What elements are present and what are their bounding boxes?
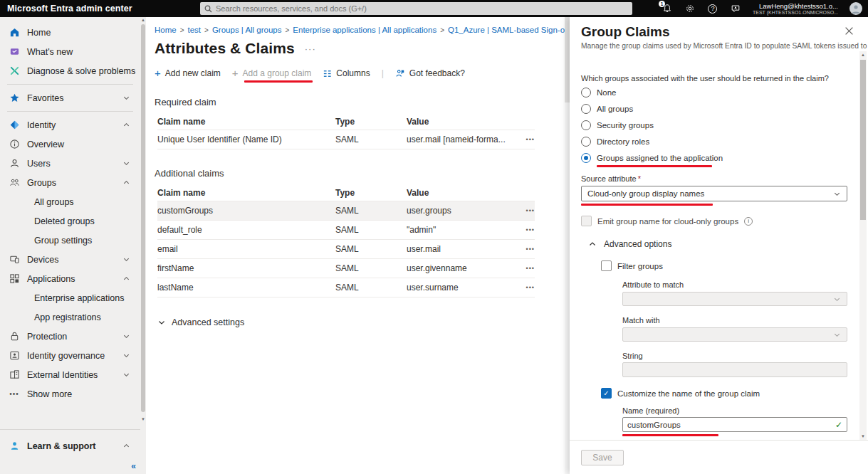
table-row[interactable]: default_role SAML "admin" ••• xyxy=(157,221,535,240)
title-more-button[interactable]: ··· xyxy=(305,43,316,54)
nav-item-favorites[interactable]: Favorites xyxy=(0,88,140,107)
table-row-customgroups[interactable]: customGroups SAML user.groups ••• xyxy=(157,201,535,221)
nav-item-home[interactable]: Home xyxy=(0,23,140,42)
groups-question: Which groups associated with the user sh… xyxy=(581,74,858,83)
row-more-button[interactable]: ••• xyxy=(513,207,535,214)
search-input[interactable] xyxy=(216,4,628,13)
nav-label: Diagnose & solve problems xyxy=(27,66,135,76)
col-claim-name[interactable]: Claim name xyxy=(157,117,335,127)
radio-option-all-groups[interactable]: All groups xyxy=(581,102,858,115)
chevron-down-icon xyxy=(122,159,130,167)
nav-item-show-more[interactable]: ••• Show more xyxy=(0,384,140,404)
table-row[interactable]: lastName SAML user.surname ••• xyxy=(157,278,535,297)
scroll-down-icon[interactable]: ▼ xyxy=(140,417,146,421)
chevron-down-icon xyxy=(122,256,130,263)
col-value[interactable]: Value xyxy=(407,117,513,127)
add-group-claim-button[interactable]: + Add a group claim xyxy=(232,68,312,78)
close-icon[interactable] xyxy=(845,26,854,38)
collapse-nav-button[interactable]: « xyxy=(131,461,136,471)
advanced-settings-toggle[interactable]: Advanced settings xyxy=(157,317,570,327)
nav-list: Home What's new Diagnose & solve problem… xyxy=(0,23,140,404)
toolbar-divider: | xyxy=(382,68,384,78)
nav-label: Protection xyxy=(27,332,67,342)
advanced-options-toggle[interactable]: Advanced options xyxy=(588,239,858,249)
page-title: Attributes & Claims xyxy=(155,40,295,57)
radio-option-security-groups[interactable]: Security groups xyxy=(581,119,858,132)
got-feedback-button[interactable]: Got feedback? xyxy=(395,68,465,78)
settings-gear-icon[interactable] xyxy=(684,3,696,14)
nav-item-whats-new[interactable]: What's new xyxy=(0,42,140,61)
claim-name-input[interactable]: ✓ xyxy=(622,417,847,432)
breadcrumb-app[interactable]: Q1_Azure | SAML-based Sign-on xyxy=(448,26,569,34)
row-more-button[interactable]: ••• xyxy=(513,246,535,253)
col-type[interactable]: Type xyxy=(335,188,407,198)
nav-item-all-groups[interactable]: All groups xyxy=(0,192,140,211)
nav-item-identity-governance[interactable]: Identity governance xyxy=(0,346,140,365)
add-new-claim-button[interactable]: + Add new claim xyxy=(155,68,221,78)
row-more-button[interactable]: ••• xyxy=(513,136,535,143)
global-search[interactable] xyxy=(200,2,632,15)
main-content: Home>test>Groups | All groups>Enterprise… xyxy=(146,17,570,474)
col-claim-name[interactable]: Claim name xyxy=(157,188,335,198)
main-scrollbar[interactable] xyxy=(565,17,570,474)
app-title[interactable]: Microsoft Entra admin center xyxy=(7,0,132,17)
panel-scrollbar[interactable]: ▲ ▼ xyxy=(859,51,867,454)
radio-option-none[interactable]: None xyxy=(581,86,858,99)
nav-item-external-identities[interactable]: External Identities xyxy=(0,365,140,384)
nav-item-groups[interactable]: Groups xyxy=(0,173,140,192)
nav-item-identity[interactable]: Identity xyxy=(0,115,140,135)
nav-item-app-registrations[interactable]: App registrations xyxy=(0,307,140,327)
row-more-button[interactable]: ••• xyxy=(513,284,535,291)
save-button[interactable]: Save xyxy=(581,450,624,465)
nav-item-enterprise-applications[interactable]: Enterprise applications xyxy=(0,288,140,307)
nav-item-applications[interactable]: Applications xyxy=(0,269,140,288)
table-row[interactable]: email SAML user.mail ••• xyxy=(157,240,535,259)
radio-option-groups-assigned[interactable]: Groups assigned to the application xyxy=(581,152,858,164)
emit-group-name-checkbox[interactable]: Emit group name for cloud-only groups i xyxy=(581,216,858,226)
lock-icon xyxy=(9,331,20,342)
main-scroll-thumb[interactable] xyxy=(565,17,570,102)
annotation-underline xyxy=(622,434,718,436)
notifications-bell-icon[interactable]: 1 xyxy=(662,3,673,14)
nav-item-diagnose[interactable]: Diagnose & solve problems xyxy=(0,61,140,80)
help-icon[interactable]: ? xyxy=(707,3,718,14)
breadcrumb-home[interactable]: Home xyxy=(155,26,177,34)
source-attribute-dropdown[interactable]: Cloud-only group display names xyxy=(581,186,847,201)
panel-scroll-thumb[interactable] xyxy=(860,60,866,220)
nav-item-devices[interactable]: Devices xyxy=(0,250,140,269)
col-type[interactable]: Type xyxy=(335,117,407,127)
feedback-icon[interactable] xyxy=(730,3,741,14)
table-row[interactable]: firstName SAML user.givenname ••• xyxy=(157,259,535,278)
breadcrumb-groups[interactable]: Groups | All groups xyxy=(212,26,282,34)
nav-item-protection[interactable]: Protection xyxy=(0,327,140,346)
sidebar-scrollbar[interactable]: ▲ ▼ xyxy=(140,17,146,427)
filter-groups-checkbox[interactable]: Filter groups xyxy=(601,260,858,271)
nav-item-users[interactable]: Users xyxy=(0,154,140,173)
chevron-down-icon xyxy=(833,295,841,303)
breadcrumb-test[interactable]: test xyxy=(188,26,202,34)
table-header-row: Claim name Type Value xyxy=(157,184,535,201)
columns-button[interactable]: Columns xyxy=(323,68,370,78)
nav-item-group-settings[interactable]: Group settings xyxy=(0,231,140,250)
nav-item-learn-support[interactable]: Learn & support xyxy=(0,436,140,455)
scroll-up-icon[interactable]: ▲ xyxy=(140,18,146,22)
row-more-button[interactable]: ••• xyxy=(513,265,535,272)
nav-item-overview[interactable]: Overview xyxy=(0,135,140,154)
breadcrumb-enterprise-apps[interactable]: Enterprise applications | All applicatio… xyxy=(293,26,436,34)
customize-name-checkbox[interactable]: ✓ Customize the name of the group claim xyxy=(601,388,858,399)
radio-option-directory-roles[interactable]: Directory roles xyxy=(581,135,858,148)
chevron-up-icon xyxy=(122,121,130,129)
col-value[interactable]: Value xyxy=(407,188,513,198)
search-icon xyxy=(204,5,212,13)
scroll-up-icon[interactable]: ▲ xyxy=(859,53,867,57)
row-more-button[interactable]: ••• xyxy=(513,226,535,233)
nav-label: Group settings xyxy=(34,236,92,246)
scroll-down-icon[interactable]: ▼ xyxy=(859,434,867,438)
additional-claims-heading: Additional claims xyxy=(155,168,570,179)
nav-item-deleted-groups[interactable]: Deleted groups xyxy=(0,211,140,231)
nav-label: Devices xyxy=(27,255,58,265)
account-menu[interactable]: LawHeng@khtestsso1.o... TEST (KHTESTSSO1… xyxy=(753,1,838,16)
table-row[interactable]: Unique User Identifier (Name ID) SAML us… xyxy=(157,130,535,149)
avatar[interactable] xyxy=(849,2,862,15)
sidebar-scroll-thumb[interactable] xyxy=(141,24,145,412)
